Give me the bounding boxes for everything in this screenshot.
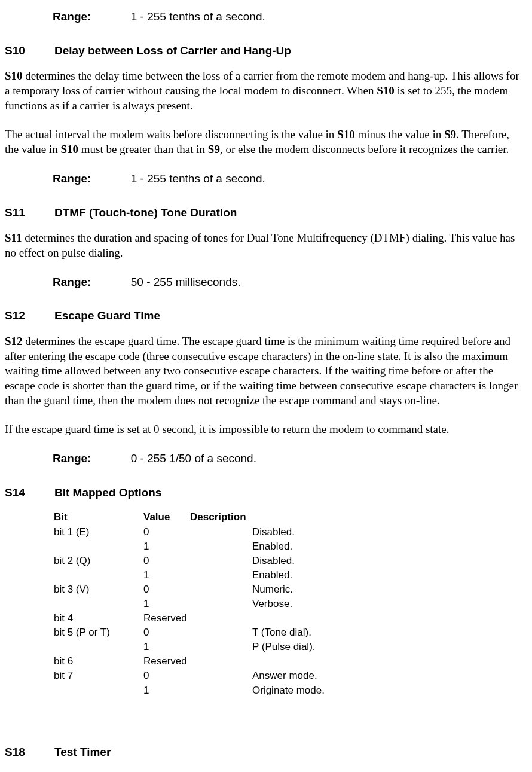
heading-s18: S18 Test Timer (5, 745, 525, 760)
range-row-s11: Range: 50 - 255 milliseconds. (53, 275, 525, 290)
bit-map-table: Bit Value Description bit 1 (E)0Disabled… (54, 511, 325, 698)
range-value: 1 - 255 tenths of a second. (131, 10, 265, 23)
col-header-bit: Bit (54, 511, 143, 525)
cell-bit (54, 640, 143, 655)
cell-bit: bit 5 (P or T) (54, 626, 143, 640)
reg-title: Test Timer (54, 745, 111, 760)
inline-bold: S10 (377, 84, 395, 97)
table-row: 1Enabled. (54, 540, 325, 554)
cell-value: 1 (143, 540, 190, 554)
cell-desc: Enabled. (252, 540, 325, 554)
cell-desc: Disabled. (252, 554, 325, 569)
cell-value: 0 (143, 669, 190, 683)
cell-bit: bit 2 (Q) (54, 554, 143, 569)
reg-title: Escape Guard Time (54, 309, 160, 324)
heading-s11: S11 DTMF (Touch-tone) Tone Duration (5, 206, 525, 221)
cell-bit (54, 684, 143, 698)
cell-value: 0 (143, 626, 190, 640)
table-row: bit 5 (P or T)0T (Tone dial). (54, 626, 325, 640)
table-row: bit 70Answer mode. (54, 669, 325, 683)
cell-desc: P (Pulse dial). (252, 640, 325, 655)
cell-value: Reserved (143, 655, 325, 669)
s12-para-2: If the escape guard time is set at 0 sec… (5, 422, 525, 437)
cell-value: 1 (143, 569, 190, 583)
cell-value: 0 (143, 554, 190, 569)
cell-value: Reserved (143, 612, 325, 626)
reg-title: DTMF (Touch-tone) Tone Duration (54, 206, 237, 221)
s12-para-1: S12 determines the escape guard time. Th… (5, 334, 525, 408)
range-value: 1 - 255 tenths of a second. (131, 172, 265, 185)
heading-s14: S14 Bit Mapped Options (5, 486, 525, 501)
cell-value: 1 (143, 597, 190, 612)
cell-bit (54, 540, 143, 554)
table-row: bit 1 (E)0Disabled. (54, 526, 325, 540)
inline-bold: S12 (5, 335, 23, 347)
table-header-row: Bit Value Description (54, 511, 325, 525)
cell-value: 1 (143, 640, 190, 655)
table-row: bit 3 (V)0Numeric. (54, 583, 325, 597)
table-row: bit 2 (Q)0Disabled. (54, 554, 325, 569)
range-label: Range: (53, 10, 128, 25)
reg-code: S18 (5, 745, 54, 760)
cell-bit: bit 1 (E) (54, 526, 143, 540)
range-row-s10: Range: 1 - 255 tenths of a second. (53, 172, 525, 187)
cell-bit: bit 3 (V) (54, 583, 143, 597)
range-value: 50 - 255 milliseconds. (131, 276, 241, 288)
col-header-desc: Description (190, 511, 252, 525)
table-row: 1Verbose. (54, 597, 325, 612)
cell-desc: Disabled. (252, 526, 325, 540)
cell-bit: bit 7 (54, 669, 143, 683)
inline-bold: S10 (60, 143, 78, 155)
s10-para-1: S10 determines the delay time between th… (5, 69, 525, 113)
inline-bold: S10 (5, 69, 23, 82)
cell-value: 0 (143, 526, 190, 540)
table-row: bit 4Reserved (54, 612, 325, 626)
range-label: Range: (53, 451, 128, 466)
cell-desc: Answer mode. (252, 669, 325, 683)
inline-bold: S11 (5, 231, 22, 244)
inline-bold: S9 (208, 143, 220, 155)
reg-code: S10 (5, 44, 54, 59)
cell-bit (54, 569, 143, 583)
range-label: Range: (53, 275, 128, 290)
col-header-value: Value (143, 511, 190, 525)
reg-title: Bit Mapped Options (54, 486, 161, 501)
cell-desc: Numeric. (252, 583, 325, 597)
range-label: Range: (53, 172, 128, 187)
cell-value: 1 (143, 684, 190, 698)
cell-bit: bit 6 (54, 655, 143, 669)
range-row-top: Range: 1 - 255 tenths of a second. (53, 10, 525, 25)
s10-para-2: The actual interval the modem waits befo… (5, 127, 525, 157)
table-row: bit 6Reserved (54, 655, 325, 669)
cell-bit: bit 4 (54, 612, 143, 626)
range-row-s12: Range: 0 - 255 1/50 of a second. (53, 451, 525, 466)
inline-bold: S9 (444, 128, 456, 141)
reg-code: S12 (5, 309, 54, 324)
range-value: 0 - 255 1/50 of a second. (131, 452, 256, 465)
cell-bit (54, 597, 143, 612)
cell-desc: Verbose. (252, 597, 325, 612)
cell-value: 0 (143, 583, 190, 597)
table-row: 1Originate mode. (54, 684, 325, 698)
table-row: 1P (Pulse dial). (54, 640, 325, 655)
cell-desc: Enabled. (252, 569, 325, 583)
reg-code: S11 (5, 206, 54, 221)
heading-s10: S10 Delay between Loss of Carrier and Ha… (5, 44, 525, 59)
reg-code: S14 (5, 486, 54, 501)
cell-desc: Originate mode. (252, 684, 325, 698)
s11-para-1: S11 determines the duration and spacing … (5, 231, 525, 260)
reg-title: Delay between Loss of Carrier and Hang-U… (54, 44, 291, 59)
inline-bold: S10 (337, 128, 355, 141)
cell-desc: T (Tone dial). (252, 626, 325, 640)
table-row: 1Enabled. (54, 569, 325, 583)
heading-s12: S12 Escape Guard Time (5, 309, 525, 324)
